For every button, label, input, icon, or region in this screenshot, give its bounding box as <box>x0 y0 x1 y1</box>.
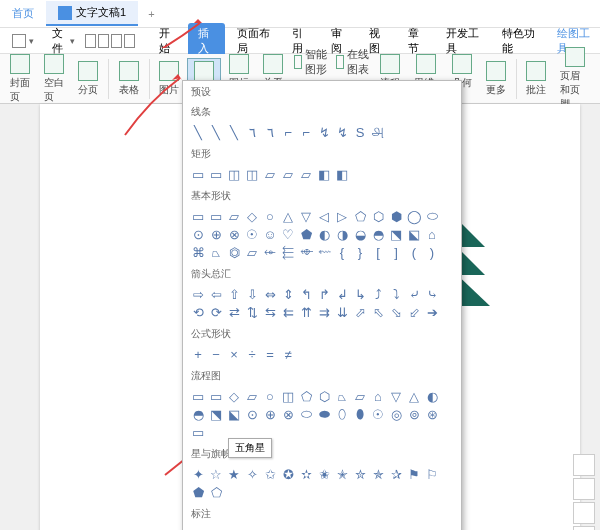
shape-basic-29[interactable]: ⏢ <box>207 243 225 261</box>
shape-formula-1[interactable]: − <box>207 345 225 363</box>
shape-basic-5[interactable]: △ <box>279 207 297 225</box>
save-icon[interactable] <box>85 34 96 48</box>
shape-callout-7[interactable]: ⬚ <box>315 525 333 530</box>
shape-basic-6[interactable]: ▽ <box>297 207 315 225</box>
shape-callout-0[interactable]: ⬚ <box>189 525 207 530</box>
shape-arrow-4[interactable]: ⇔ <box>261 285 279 303</box>
shape-flow-7[interactable]: ⬡ <box>315 387 333 405</box>
shape-flow-6[interactable]: ⬠ <box>297 387 315 405</box>
shape-callout-4[interactable]: ⬚ <box>261 525 279 530</box>
shape-basic-16[interactable]: ⊗ <box>225 225 243 243</box>
shape-flow-12[interactable]: △ <box>405 387 423 405</box>
tab-home[interactable]: 首页 <box>0 2 46 25</box>
shape-callout-1[interactable]: ⬚ <box>207 525 225 530</box>
shape-basic-38[interactable]: [ <box>369 243 387 261</box>
shape-arrow-22[interactable]: ⇊ <box>333 303 351 321</box>
shape-star-3[interactable]: ✧ <box>243 465 261 483</box>
shape-star-7[interactable]: ✬ <box>315 465 333 483</box>
shape-arrow-16[interactable]: ⇄ <box>225 303 243 321</box>
shape-callout-11[interactable]: ⬚ <box>387 525 405 530</box>
shape-flow-4[interactable]: ○ <box>261 387 279 405</box>
tool-comment[interactable]: 批注 <box>520 59 552 99</box>
shape-flow-22[interactable]: ⬯ <box>333 405 351 423</box>
new-tab-button[interactable]: + <box>138 4 164 24</box>
shape-flow-2[interactable]: ◇ <box>225 387 243 405</box>
shape-rect-2[interactable]: ◫ <box>225 165 243 183</box>
shape-basic-11[interactable]: ⬢ <box>387 207 405 225</box>
sidetool-3[interactable] <box>573 502 595 524</box>
shape-callout-10[interactable]: ⬚ <box>369 525 387 530</box>
shape-flow-25[interactable]: ◎ <box>387 405 405 423</box>
shape-arrow-18[interactable]: ⇆ <box>261 303 279 321</box>
shape-basic-34[interactable]: ⬲ <box>297 243 315 261</box>
shape-basic-23[interactable]: ◒ <box>351 225 369 243</box>
tool-picture[interactable]: 图片 <box>153 59 185 99</box>
shape-callout-5[interactable]: ⬚ <box>279 525 297 530</box>
shape-line-8[interactable]: ↯ <box>333 123 351 141</box>
shape-formula-2[interactable]: × <box>225 345 243 363</box>
shape-line-10[interactable]: ௮ <box>369 123 387 141</box>
shape-arrow-14[interactable]: ⟲ <box>189 303 207 321</box>
shape-line-5[interactable]: ⌐ <box>279 123 297 141</box>
shape-arrow-21[interactable]: ⇉ <box>315 303 333 321</box>
shape-line-4[interactable]: ٦ <box>261 123 279 141</box>
shape-line-2[interactable]: ╲ <box>225 123 243 141</box>
shape-callout-13[interactable]: ⬚ <box>423 525 441 530</box>
shape-basic-35[interactable]: ⬳ <box>315 243 333 261</box>
shape-arrow-27[interactable]: ➔ <box>423 303 441 321</box>
shape-line-7[interactable]: ↯ <box>315 123 333 141</box>
shape-basic-26[interactable]: ⬕ <box>405 225 423 243</box>
shape-arrow-6[interactable]: ↰ <box>297 285 315 303</box>
shape-basic-13[interactable]: ⬭ <box>423 207 441 225</box>
shape-star-9[interactable]: ✮ <box>351 465 369 483</box>
shape-basic-37[interactable]: } <box>351 243 369 261</box>
shape-basic-17[interactable]: ☉ <box>243 225 261 243</box>
shape-line-0[interactable]: ╲ <box>189 123 207 141</box>
shape-star-13[interactable]: ⚐ <box>423 465 441 483</box>
shape-callout-6[interactable]: ⬚ <box>297 525 315 530</box>
shape-star-8[interactable]: ✭ <box>333 465 351 483</box>
shape-star-11[interactable]: ✰ <box>387 465 405 483</box>
shape-flow-15[interactable]: ⬔ <box>207 405 225 423</box>
shape-basic-9[interactable]: ⬠ <box>351 207 369 225</box>
shape-basic-1[interactable]: ▭ <box>207 207 225 225</box>
shape-basic-21[interactable]: ◐ <box>315 225 333 243</box>
tool-onlinechart[interactable]: 在线图表 <box>333 46 373 78</box>
shape-basic-40[interactable]: ( <box>405 243 423 261</box>
shape-arrow-17[interactable]: ⇅ <box>243 303 261 321</box>
shape-arrow-26[interactable]: ⬃ <box>405 303 423 321</box>
tool-more[interactable]: 更多 <box>480 59 512 99</box>
shape-flow-28[interactable]: ▭ <box>189 423 207 441</box>
menu-button[interactable]: ▾ <box>4 31 42 51</box>
shape-arrow-19[interactable]: ⇇ <box>279 303 297 321</box>
shape-flow-0[interactable]: ▭ <box>189 387 207 405</box>
shape-line-1[interactable]: ╲ <box>207 123 225 141</box>
refresh-icon[interactable] <box>124 34 135 48</box>
shape-basic-24[interactable]: ◓ <box>369 225 387 243</box>
shape-basic-7[interactable]: ◁ <box>315 207 333 225</box>
shape-flow-11[interactable]: ▽ <box>387 387 405 405</box>
shape-flow-23[interactable]: ⬮ <box>351 405 369 423</box>
shape-flow-16[interactable]: ⬕ <box>225 405 243 423</box>
shape-arrow-13[interactable]: ⤷ <box>423 285 441 303</box>
shape-flow-9[interactable]: ⏥ <box>351 387 369 405</box>
shape-arrow-8[interactable]: ↲ <box>333 285 351 303</box>
shape-basic-41[interactable]: ) <box>423 243 441 261</box>
shape-basic-39[interactable]: ] <box>387 243 405 261</box>
shape-arrow-1[interactable]: ⇦ <box>207 285 225 303</box>
shape-star-14[interactable]: ⬟ <box>189 483 207 501</box>
shape-star-5[interactable]: ✪ <box>279 465 297 483</box>
shape-star-10[interactable]: ✯ <box>369 465 387 483</box>
undo-icon[interactable] <box>98 34 109 48</box>
shape-flow-27[interactable]: ⊛ <box>423 405 441 423</box>
shape-callout-8[interactable]: ⬚ <box>333 525 351 530</box>
shape-arrow-11[interactable]: ⤵ <box>387 285 405 303</box>
shape-basic-2[interactable]: ▱ <box>225 207 243 225</box>
shape-flow-19[interactable]: ⊗ <box>279 405 297 423</box>
shape-basic-10[interactable]: ⬡ <box>369 207 387 225</box>
shape-flow-18[interactable]: ⊕ <box>261 405 279 423</box>
shape-basic-12[interactable]: ◯ <box>405 207 423 225</box>
tool-table[interactable]: 表格 <box>113 59 145 99</box>
shape-star-4[interactable]: ✩ <box>261 465 279 483</box>
shape-flow-17[interactable]: ⊙ <box>243 405 261 423</box>
